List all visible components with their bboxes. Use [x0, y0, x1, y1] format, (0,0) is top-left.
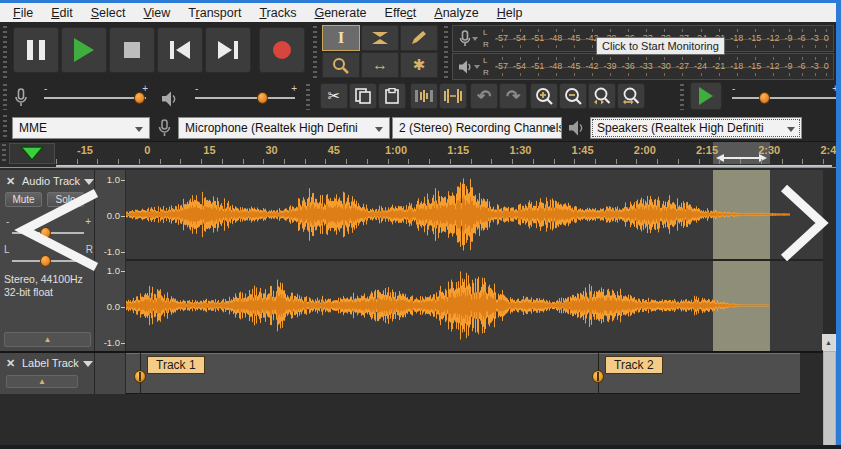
undo-icon: ↶	[477, 86, 491, 107]
menu-edit[interactable]: Edit	[42, 6, 82, 20]
ruler-value: 0.0	[107, 301, 120, 312]
ruler-value: -1.0	[104, 246, 120, 257]
multi-tool-button[interactable]: ✱	[400, 52, 438, 78]
stop-button[interactable]	[109, 27, 155, 73]
menu-generate[interactable]: Generate	[305, 6, 375, 20]
play-speed-slider-thumb[interactable]	[759, 92, 770, 104]
playback-device-select[interactable]: Speakers (Realtek High Definiti	[590, 117, 802, 139]
draw-tool-button[interactable]	[400, 25, 438, 51]
menu-analyze[interactable]: Analyze	[425, 6, 487, 20]
audacity-window: FileEditSelectViewTransportTracksGenerat…	[0, 0, 841, 449]
skip-to-start-button[interactable]	[157, 27, 203, 73]
pan-left-label: L	[4, 244, 10, 255]
label-text[interactable]: Track 2	[605, 356, 663, 374]
meter-dropdown-icon	[472, 37, 478, 41]
transport-toolbar-grip[interactable]	[3, 26, 7, 78]
envelope-tool-button[interactable]	[361, 25, 399, 51]
label-flag-icon[interactable]	[134, 370, 146, 383]
recording-volume-slider[interactable]: - +	[44, 92, 146, 104]
undo-button[interactable]: ↶	[470, 83, 498, 109]
track-area-top-divider	[0, 167, 836, 168]
selection-tool-button[interactable]: I	[322, 25, 360, 51]
play-at-speed-button[interactable]	[690, 82, 722, 110]
meter-toolbar-grip[interactable]	[444, 26, 448, 78]
zoom-out-icon	[564, 87, 582, 105]
window-right-border	[836, 0, 841, 446]
meter-scale-label: -6	[798, 62, 806, 71]
meter-scale-label: -12	[766, 62, 779, 71]
paste-button[interactable]	[378, 83, 406, 109]
timeline-tick-label: 1:00	[385, 144, 407, 156]
label-track-ruler-gap	[95, 353, 126, 394]
meter-scale-label: -3	[811, 62, 819, 71]
meter-scale-label: -30	[658, 62, 671, 71]
copy-button[interactable]	[349, 83, 377, 109]
recording-volume-slider-thumb[interactable]	[134, 92, 145, 104]
vertical-scrollbar[interactable]: ▲ ▼	[823, 334, 836, 449]
record-button[interactable]	[259, 27, 305, 73]
playback-volume-slider[interactable]: - +	[195, 92, 295, 104]
recording-channels-select[interactable]: 2 (Stereo) Recording Channels	[392, 117, 562, 139]
menu-help[interactable]: Help	[488, 6, 532, 20]
timeline-tick-label: 1:45	[572, 144, 594, 156]
zoom-tool-button[interactable]	[322, 52, 360, 78]
scroll-up-button[interactable]: ▲	[822, 334, 835, 350]
waveform-channel-left[interactable]	[126, 170, 823, 259]
playback-volume-slider-thumb[interactable]	[257, 92, 268, 104]
meter-scale-label: 0	[824, 62, 829, 71]
label-text[interactable]: Track 1	[147, 356, 205, 374]
zoom-selection-button[interactable]	[588, 83, 616, 109]
play-icon	[74, 38, 94, 62]
pause-button[interactable]	[13, 27, 59, 73]
vertical-scrollbar-thumb[interactable]	[823, 351, 836, 449]
recording-device-select[interactable]: Microphone (Realtek High Defini	[178, 117, 390, 139]
audio-host-select[interactable]: MME	[12, 117, 150, 139]
meter-scale-label: -9	[785, 62, 793, 71]
zoom-out-button[interactable]	[559, 83, 587, 109]
label-track-strip[interactable]	[126, 353, 800, 394]
minus-label: -	[44, 83, 47, 94]
edit-toolbar-grip[interactable]	[306, 84, 310, 110]
close-track-icon[interactable]: ✕	[6, 358, 15, 369]
zoom-in-button[interactable]	[530, 83, 558, 109]
waveform-channel-right[interactable]	[126, 261, 823, 350]
label-track-control-panel[interactable]: ✕ Label Track ▲	[0, 353, 95, 394]
play-speed-slider[interactable]: - +	[732, 92, 836, 104]
skip-to-end-button[interactable]	[205, 27, 251, 73]
time-shift-tool-button[interactable]: ↔	[361, 52, 399, 78]
meter-scale-label: -33	[640, 62, 653, 71]
mixer-toolbar-grip[interactable]	[3, 84, 7, 110]
collapse-track-button[interactable]: ▲	[6, 375, 78, 388]
timeline-ruler[interactable]: -1501530451:001:151:301:452:002:152:302:…	[0, 141, 836, 168]
zoom-fit-button[interactable]	[617, 83, 645, 109]
device-toolbar-grip[interactable]	[3, 115, 7, 139]
zoom-selection-icon	[593, 87, 611, 105]
track-menu-dropdown-icon	[84, 179, 94, 185]
menu-effect[interactable]: Effect	[376, 6, 426, 20]
multi-tool-icon: ✱	[413, 56, 426, 74]
audio-track-name: Audio Track	[22, 175, 80, 187]
envelope-tool-icon	[370, 30, 390, 46]
menu-select[interactable]: Select	[82, 6, 135, 20]
menu-view[interactable]: View	[134, 6, 179, 20]
playback-meter[interactable]: LR -57-54-51-48-45-42-39-36-33-30-27-24-…	[452, 53, 834, 80]
menu-transport[interactable]: Transport	[179, 6, 250, 20]
play-at-speed-grip[interactable]	[680, 84, 684, 110]
close-track-icon[interactable]: ✕	[6, 176, 15, 187]
menu-tracks[interactable]: Tracks	[250, 6, 305, 20]
redo-button[interactable]: ↷	[499, 83, 527, 109]
play-button[interactable]	[61, 27, 107, 73]
audio-track-title[interactable]: Audio Track	[22, 175, 94, 187]
tools-toolbar-grip[interactable]	[313, 26, 317, 78]
trim-audio-button[interactable]	[410, 83, 438, 109]
label-flag-icon[interactable]	[592, 370, 604, 383]
track-area: ✕ Audio Track Mute Solo - + L R Stereo, …	[0, 167, 836, 445]
cut-icon: ✂	[328, 87, 341, 105]
menu-file[interactable]: File	[4, 6, 42, 20]
speaker-icon	[457, 59, 473, 75]
collapse-track-button[interactable]: ▲	[4, 332, 91, 347]
plus-label: +	[291, 83, 297, 94]
label-track-title[interactable]: Label Track	[22, 357, 93, 369]
cut-button[interactable]: ✂	[320, 83, 348, 109]
silence-audio-button[interactable]	[439, 83, 467, 109]
